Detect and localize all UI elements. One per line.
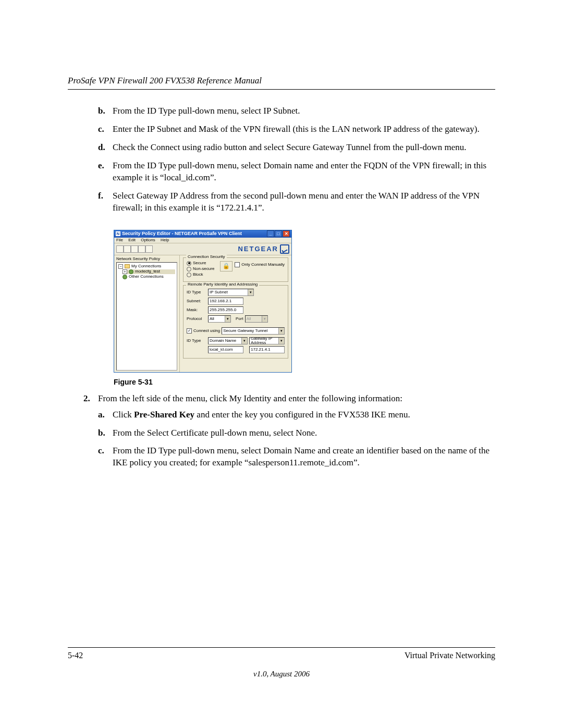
only-connect-manually[interactable]: Only Connect Manually [235, 262, 285, 267]
marker: 2. [83, 393, 98, 476]
right-panel: Connection Security Secure No [180, 255, 291, 372]
substep-2c: c. From the ID Type pull-down menu, sele… [98, 445, 495, 469]
tree-label: Network Security Policy [116, 257, 177, 261]
menu-file[interactable]: File [116, 238, 123, 242]
netgear-mark-icon [280, 244, 289, 254]
top-substeps-list: b. From the ID Type pull-down menu, sele… [83, 105, 495, 220]
window-title: Security Policy Editor - NETGEAR ProSafe… [122, 231, 242, 236]
port-dropdown[interactable]: All [245, 315, 268, 323]
menu-bar[interactable]: File Edit Options Help [114, 238, 291, 243]
tree-item-other[interactable]: Other Connections [123, 275, 175, 279]
substep-2b: b. From the Select Certificate pull-down… [98, 427, 495, 439]
marker: e. [98, 160, 113, 184]
toolbar-icon[interactable] [124, 245, 131, 253]
step-2: 2. From the left side of the menu, click… [83, 393, 495, 476]
substep-text: From the ID Type pull-down menu, select … [113, 105, 300, 117]
marker: c. [98, 124, 113, 135]
substeps-b-to-f: b. From the ID Type pull-down menu, sele… [98, 105, 495, 220]
group-title: Remote Party Identity and Addressing [186, 282, 259, 287]
version-line: v1.0, August 2006 [68, 670, 495, 678]
toolbar-icon[interactable] [116, 245, 124, 253]
domain-input[interactable]: local_id.com [208, 346, 243, 353]
section-name: Virtual Private Networking [405, 651, 495, 660]
globe-icon [123, 275, 127, 279]
minimize-button[interactable]: _ [267, 230, 274, 237]
step-2-list: 2. From the left side of the menu, click… [83, 393, 495, 476]
port-label: Port [236, 317, 243, 321]
netgear-logo: NETGEAR [238, 244, 289, 254]
menu-options[interactable]: Options [141, 238, 155, 242]
substep-text: Check the Connect using radio button and… [113, 142, 466, 154]
substep-text: From the ID Type pull-down menu, select … [113, 160, 495, 184]
checkbox-icon[interactable] [235, 262, 240, 267]
idtype2-dropdown[interactable]: Domain Name [208, 337, 248, 344]
idtype-dropdown[interactable]: IP Subnet [208, 289, 254, 296]
substep-2a: a. Click Pre-Shared Key and enter the ke… [98, 409, 495, 421]
globe-icon [129, 269, 133, 274]
page-footer: 5-42 Virtual Private Networking v1.0, Au… [68, 647, 495, 678]
substep-c: c. Enter the IP Subnet and Mask of the V… [98, 124, 495, 135]
substep-d: d. Check the Connect using radio button … [98, 142, 495, 154]
substep-text: From the Select Certificate pull-down me… [113, 427, 317, 439]
marker: b. [98, 105, 113, 117]
radio-block[interactable]: Block [187, 273, 214, 277]
step-2-substeps: a. Click Pre-Shared Key and enter the ke… [98, 409, 495, 470]
app-icon: N [116, 231, 120, 236]
radio-icon[interactable] [187, 267, 191, 272]
tree-root[interactable]: − My Connections [118, 264, 175, 269]
tree-item-modecfg[interactable]: + modecfg_test [123, 269, 175, 274]
gateway-ip-input[interactable]: 172.21.4.1 [249, 346, 285, 353]
left-panel: Network Security Policy − My Connections… [114, 255, 180, 372]
group-title: Connection Security [186, 255, 227, 259]
radio-nonsecure[interactable]: Non-secure [187, 267, 214, 272]
marker: f. [98, 190, 113, 214]
page-header: ProSafe VPN Firewall 200 FVX538 Referenc… [68, 76, 495, 90]
connect-using-dropdown[interactable]: Secure Gateway Tunnel [222, 327, 285, 335]
substep-text: From the ID Type pull-down menu, select … [113, 445, 495, 469]
substep-f: f. Select Gateway IP Address from the se… [98, 190, 495, 214]
policy-tree[interactable]: − My Connections + modecfg_test [116, 262, 177, 371]
substep-text: Enter the IP Subnet and Mask of the VPN … [113, 124, 480, 135]
marker: b. [98, 427, 113, 439]
remote-party-group: Remote Party Identity and Addressing ID … [183, 285, 288, 359]
close-button[interactable]: ✕ [283, 230, 290, 237]
document-page: ProSafe VPN Firewall 200 FVX538 Referenc… [0, 0, 563, 728]
maximize-button[interactable]: □ [275, 230, 282, 237]
protocol-label: Protocol [187, 317, 206, 321]
marker: c. [98, 445, 113, 469]
menu-edit[interactable]: Edit [128, 238, 136, 242]
toolbar-icon[interactable] [138, 245, 145, 253]
marker: d. [98, 142, 113, 154]
window-titlebar[interactable]: N Security Policy Editor - NETGEAR ProSa… [114, 230, 291, 238]
mask-input[interactable]: 255.255.255.0 [208, 306, 243, 314]
lock-graphic: 🔒 [220, 261, 232, 272]
toolbar-icon[interactable] [131, 245, 138, 253]
protocol-dropdown[interactable]: All [208, 315, 231, 323]
marker: a. [98, 409, 113, 421]
radio-icon[interactable] [187, 261, 191, 266]
gateway-mode-dropdown[interactable]: Gateway IP Address [249, 337, 285, 344]
toolbar-icon[interactable] [145, 245, 153, 253]
subnet-label: Subnet: [187, 299, 206, 303]
connect-using-checkbox[interactable]: ✓ [187, 328, 192, 334]
figure-5-31: N Security Policy Editor - NETGEAR ProSa… [114, 230, 495, 373]
radio-icon[interactable] [187, 273, 191, 277]
folder-icon [125, 264, 130, 268]
connection-security-group: Connection Security Secure No [183, 257, 288, 282]
idtype2-label: ID Type [187, 339, 206, 343]
subnet-input[interactable]: 192.168.2.1 [208, 298, 243, 305]
menu-help[interactable]: Help [161, 238, 169, 242]
substep-b: b. From the ID Type pull-down menu, sele… [98, 105, 495, 117]
lock-icon: 🔒 [223, 263, 230, 269]
toolbar: NETGEAR [114, 243, 291, 255]
step-2-text: From the left side of the menu, click My… [98, 393, 495, 404]
figure-caption: Figure 5-31 [114, 378, 495, 386]
radio-secure[interactable]: Secure [187, 261, 214, 266]
expand-box-icon[interactable]: + [123, 269, 127, 274]
body-content: b. From the ID Type pull-down menu, sele… [83, 105, 495, 475]
collapse-box-icon[interactable]: − [118, 264, 123, 269]
page-number: 5-42 [68, 651, 83, 660]
substep-text: Select Gateway IP Address from the secon… [113, 190, 495, 214]
idtype-label: ID Type [187, 290, 206, 294]
connect-using-label: Connect using [193, 329, 220, 333]
